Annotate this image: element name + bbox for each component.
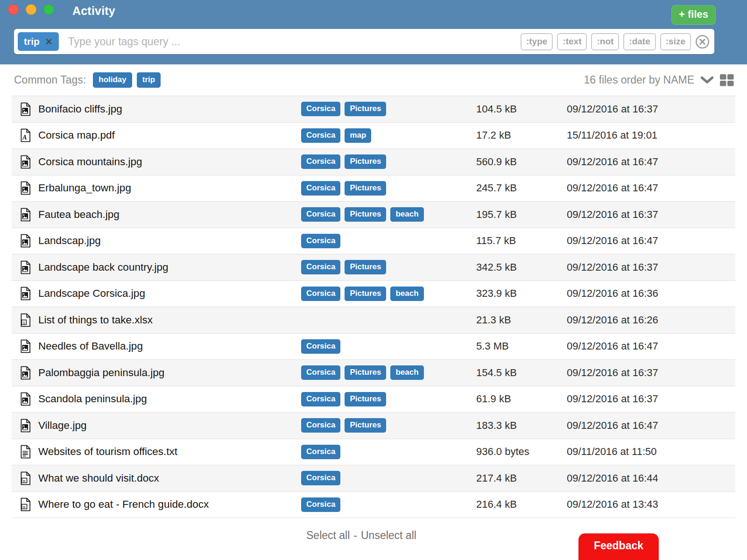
image-file-icon — [19, 102, 31, 116]
file-date: 09/12/2016 at 16:47 — [560, 340, 735, 352]
file-tag-chip-map[interactable]: map — [345, 128, 371, 143]
file-name: Landscap.jpg — [38, 235, 301, 247]
file-row[interactable]: Scandola peninsula.jpg CorsicaPictures 6… — [12, 386, 735, 413]
file-tag-chip-Corsica[interactable]: Corsica — [301, 365, 340, 380]
image-file-icon — [19, 234, 31, 248]
file-tags: Corsica — [301, 471, 476, 485]
file-tag-chip-Pictures[interactable]: Pictures — [345, 207, 386, 222]
filter-type-button[interactable]: :type — [521, 33, 553, 50]
file-name: Scandola peninsula.jpg — [38, 393, 301, 405]
file-tag-chip-Pictures[interactable]: Pictures — [345, 154, 386, 169]
file-tags: CorsicaPictures — [301, 418, 476, 433]
file-tag-chip-Corsica[interactable]: Corsica — [301, 234, 340, 248]
close-window-button[interactable] — [8, 4, 19, 15]
image-file-icon — [19, 260, 31, 274]
file-tag-chip-Corsica[interactable]: Corsica — [301, 497, 340, 512]
zoom-window-button[interactable] — [43, 4, 54, 15]
tags-query-input[interactable] — [68, 35, 521, 48]
file-tag-chip-Corsica[interactable]: Corsica — [301, 102, 340, 116]
file-tag-chip-Corsica[interactable]: Corsica — [301, 418, 340, 433]
add-files-button[interactable]: + files — [671, 5, 716, 25]
selection-links: Select all - Unselect all — [306, 529, 416, 542]
filter-not-button[interactable]: :not — [591, 33, 619, 50]
file-tag-chip-beach[interactable]: beach — [390, 365, 423, 380]
remove-tag-icon[interactable]: ✕ — [45, 37, 53, 46]
file-date: 09/12/2016 at 16:47 — [560, 420, 735, 432]
file-size: 560.9 kB — [476, 156, 560, 168]
file-tag-chip-Corsica[interactable]: Corsica — [301, 260, 340, 274]
file-row[interactable]: Village.jpg CorsicaPictures 183.3 kB 09/… — [12, 412, 735, 439]
file-row[interactable]: Websites of tourism offices.txt Corsica … — [12, 439, 735, 465]
file-tag-chip-Pictures[interactable]: Pictures — [345, 181, 386, 196]
file-date: 09/12/2016 at 16:37 — [560, 367, 735, 379]
chevron-down-icon[interactable] — [700, 76, 714, 84]
file-tags: Corsica — [301, 497, 476, 512]
file-tag-chip-Corsica[interactable]: Corsica — [301, 207, 340, 222]
file-size: 936.0 bytes — [476, 446, 560, 458]
file-tag-chip-Pictures[interactable]: Pictures — [345, 260, 386, 274]
file-row[interactable]: Landscape back country.jpg CorsicaPictur… — [12, 254, 735, 280]
file-name: List of things to take.xlsx — [38, 314, 301, 326]
minimize-window-button[interactable] — [26, 4, 36, 15]
file-tag-chip-Corsica[interactable]: Corsica — [301, 287, 340, 301]
image-file-icon — [19, 419, 31, 433]
file-tag-chip-Corsica[interactable]: Corsica — [301, 154, 340, 169]
file-tag-chip-Corsica[interactable]: Corsica — [301, 128, 340, 143]
common-tags-row: Common Tags: holidaytrip 16 files order … — [0, 64, 747, 96]
common-tag-chip-trip[interactable]: trip — [137, 72, 161, 88]
file-row[interactable]: Corsica mountains.jpg CorsicaPictures 56… — [12, 148, 735, 175]
file-row[interactable]: Needles of Bavella.jpg Corsica 5.3 MB 09… — [12, 333, 735, 360]
file-tag-chip-Corsica[interactable]: Corsica — [301, 339, 340, 354]
file-size: 104.5 kB — [476, 103, 560, 115]
file-tags: CorsicaPictures — [301, 102, 476, 116]
file-tag-chip-beach[interactable]: beach — [390, 287, 423, 301]
svg-text:w: w — [22, 504, 26, 509]
file-tag-chip-Corsica[interactable]: Corsica — [301, 445, 340, 459]
file-date: 09/12/2016 at 16:37 — [560, 393, 735, 405]
file-count-sort-label: 16 files order by NAME — [584, 74, 694, 86]
file-size: 5.3 MB — [476, 340, 560, 352]
file-tag-chip-Corsica[interactable]: Corsica — [301, 471, 340, 485]
file-row[interactable]: w Where to go eat - French guide.docx Co… — [12, 491, 735, 518]
file-row[interactable]: Landscap.jpg Corsica 115.7 kB 09/12/2016… — [12, 228, 735, 254]
common-tags-chips: holidaytrip — [93, 72, 161, 88]
file-row[interactable]: Bonifacio cliffs.jpg CorsicaPictures 104… — [12, 96, 735, 122]
file-tag-chip-Pictures[interactable]: Pictures — [345, 365, 386, 380]
grid-view-icon[interactable] — [720, 74, 734, 86]
file-row[interactable]: Erbalunga_town.jpg CorsicaPictures 245.7… — [12, 175, 735, 202]
file-tag-chip-Pictures[interactable]: Pictures — [345, 392, 386, 406]
file-size: 17.2 kB — [476, 129, 560, 141]
file-row[interactable]: A Corsica map.pdf Corsicamap 17.2 kB 15/… — [12, 122, 735, 149]
search-bar: trip ✕ :type:text:not:date:size — [14, 29, 714, 54]
file-row[interactable]: Landscape Corsica.jpg CorsicaPicturesbea… — [12, 280, 735, 307]
file-tag-chip-Pictures[interactable]: Pictures — [345, 102, 386, 116]
file-tag-chip-beach[interactable]: beach — [390, 207, 423, 222]
filter-text-button[interactable]: :text — [557, 33, 587, 50]
common-tag-chip-holiday[interactable]: holiday — [93, 72, 132, 88]
search-active-tag-label: trip — [24, 36, 40, 47]
file-tag-chip-Pictures[interactable]: Pictures — [345, 287, 386, 301]
file-row[interactable]: Fautea beach.jpg CorsicaPicturesbeach 19… — [12, 201, 735, 228]
titlebar: Activity + files trip ✕ :type:text:not:d… — [0, 0, 747, 64]
file-row[interactable]: Palombaggia peninsula.jpg CorsicaPicture… — [12, 359, 735, 386]
file-tags: Corsica — [301, 234, 476, 248]
file-tag-chip-Corsica[interactable]: Corsica — [301, 181, 340, 196]
feedback-button[interactable]: Feedback — [578, 533, 659, 560]
file-tags: CorsicaPicturesbeach — [301, 207, 476, 222]
file-row[interactable]: x List of things to take.xlsx 21.3 kB 09… — [12, 307, 735, 333]
file-tag-chip-Corsica[interactable]: Corsica — [301, 392, 340, 406]
image-file-icon — [19, 392, 31, 406]
file-tag-chip-Pictures[interactable]: Pictures — [345, 418, 386, 433]
file-size: 21.3 kB — [476, 314, 560, 326]
app-window: Activity + files trip ✕ :type:text:not:d… — [0, 0, 747, 557]
filter-size-button[interactable]: :size — [660, 33, 691, 50]
pdf-file-icon: A — [19, 128, 31, 142]
filter-date-button[interactable]: :date — [623, 33, 655, 50]
select-all-link[interactable]: Select all — [306, 529, 350, 542]
file-row[interactable]: w What we should visit.docx Corsica 217.… — [12, 465, 735, 491]
clear-search-icon[interactable] — [695, 35, 710, 49]
unselect-all-link[interactable]: Unselect all — [361, 529, 416, 542]
search-active-tag-chip[interactable]: trip ✕ — [18, 32, 59, 51]
image-file-icon — [19, 155, 31, 169]
text-file-icon — [19, 445, 31, 459]
